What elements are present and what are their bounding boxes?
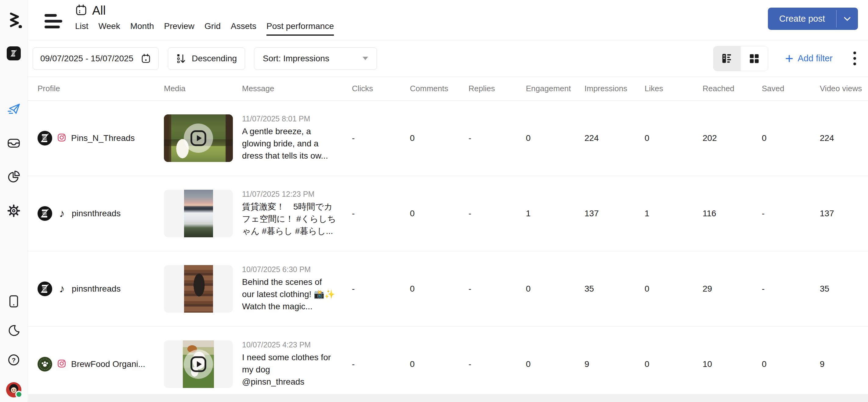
- tab-month[interactable]: Month: [130, 21, 154, 36]
- post-media-thumbnail[interactable]: [164, 340, 233, 388]
- profile-avatar: [37, 131, 52, 145]
- post-message: I need some clothes for my dog @pinsn_th…: [242, 351, 336, 388]
- likes-value: 0: [645, 284, 703, 294]
- create-post-dropdown-button[interactable]: [837, 8, 858, 30]
- tab-grid[interactable]: Grid: [205, 21, 221, 36]
- comments-value: 0: [410, 133, 468, 143]
- date-range-picker[interactable]: 09/07/2025 - 15/07/2025: [33, 47, 159, 70]
- media-cell: [164, 190, 242, 237]
- column-header-comments[interactable]: Comments: [410, 84, 468, 93]
- column-header-engagement[interactable]: Engagement: [526, 84, 585, 93]
- app-window: ? All List Week: [0, 0, 868, 402]
- device-preview-icon[interactable]: [7, 294, 21, 308]
- workspace-avatar[interactable]: [7, 46, 21, 60]
- clicks-value: -: [352, 284, 410, 294]
- horizontal-scrollbar[interactable]: [28, 394, 868, 402]
- post-media-thumbnail[interactable]: [164, 114, 233, 162]
- saved-value: -: [762, 209, 820, 219]
- impressions-value: 137: [585, 209, 645, 219]
- settings-gear-icon[interactable]: [7, 204, 21, 218]
- analytics-pie-icon[interactable]: [7, 170, 21, 184]
- profile-name: BrewFood Organi...: [71, 359, 145, 369]
- likes-value: 1: [645, 209, 703, 219]
- saved-value: 0: [762, 133, 820, 143]
- column-header-saved[interactable]: Saved: [762, 84, 820, 93]
- likes-value: 0: [645, 359, 703, 369]
- column-header-reached[interactable]: Reached: [703, 84, 762, 93]
- post-timestamp: 11/07/2025 12:23 PM: [242, 190, 338, 199]
- instagram-icon: [57, 133, 66, 143]
- plus-icon: [785, 54, 794, 63]
- dark-mode-moon-icon[interactable]: [7, 324, 21, 338]
- saved-value: 0: [762, 359, 820, 369]
- table-view-icon: [721, 52, 734, 65]
- posts-paper-plane-icon[interactable]: [7, 102, 21, 116]
- table-row[interactable]: BrewFood Organi... 10/07/2025 4:23 PM I …: [28, 327, 868, 402]
- page-title: All: [92, 4, 105, 18]
- table-view-button[interactable]: [714, 46, 741, 71]
- add-filter-label: Add filter: [798, 54, 833, 63]
- profile-name: Pins_N_Threads: [71, 133, 135, 143]
- tab-preview[interactable]: Preview: [164, 21, 194, 36]
- user-avatar[interactable]: [6, 382, 21, 397]
- profile-cell: ♪ pinsnthreads: [37, 206, 164, 221]
- sort-order-button[interactable]: Descending: [168, 47, 245, 70]
- column-header-impressions[interactable]: Impressions: [585, 84, 645, 93]
- impressions-value: 35: [585, 284, 645, 294]
- comments-value: 0: [410, 284, 468, 294]
- clicks-value: -: [352, 133, 410, 143]
- sidebar: ?: [0, 0, 28, 402]
- sidebar-nav: [7, 102, 21, 218]
- date-range-value: 09/07/2025 - 15/07/2025: [40, 54, 133, 63]
- tab-assets[interactable]: Assets: [231, 21, 256, 36]
- profile-avatar: [37, 357, 52, 371]
- page-header: All List Week Month Preview Grid Assets …: [28, 0, 868, 40]
- brand-logo-icon[interactable]: [5, 11, 22, 29]
- reached-value: 10: [703, 359, 762, 369]
- reached-value: 202: [703, 133, 762, 143]
- video-views-value: 224: [820, 133, 868, 143]
- media-cell: [164, 114, 242, 162]
- title-block: All List Week Month Preview Grid Assets …: [75, 4, 334, 36]
- engagement-value: 0: [526, 284, 585, 294]
- post-timestamp: 10/07/2025 6:30 PM: [242, 265, 338, 274]
- profile-name: pinsnthreads: [72, 209, 121, 219]
- dropdown-caret-icon: [363, 57, 368, 60]
- post-timestamp: 11/07/2025 8:01 PM: [242, 114, 338, 123]
- tab-week[interactable]: Week: [99, 21, 120, 36]
- column-header-replies[interactable]: Replies: [468, 84, 526, 93]
- table-row[interactable]: ♪ pinsnthreads 11/07/2025 12:23 PM 賃貸激変！…: [28, 176, 868, 251]
- media-image: [184, 265, 213, 313]
- profile-avatar: [37, 206, 52, 221]
- saved-value: -: [762, 284, 820, 294]
- inbox-icon[interactable]: [7, 136, 21, 150]
- column-header-profile[interactable]: Profile: [37, 84, 164, 93]
- add-filter-button[interactable]: Add filter: [785, 54, 833, 63]
- column-header-video-views[interactable]: Video views: [820, 84, 868, 93]
- create-post-button[interactable]: Create post: [768, 8, 836, 30]
- table-header: Profile Media Message Clicks Comments Re…: [28, 76, 868, 101]
- message-cell: 11/07/2025 12:23 PM 賃貸激変！ 5時間でカフェ空間に！ #く…: [242, 190, 352, 237]
- tab-list[interactable]: List: [75, 21, 89, 36]
- hamburger-menu-icon[interactable]: [44, 14, 63, 28]
- message-cell: 10/07/2025 4:23 PM I need some clothes f…: [242, 340, 352, 388]
- table-row[interactable]: ♪ pinsnthreads 10/07/2025 6:30 PM Behind…: [28, 251, 868, 327]
- video-views-value: 137: [820, 209, 868, 219]
- column-header-media[interactable]: Media: [164, 84, 242, 93]
- column-header-message[interactable]: Message: [242, 84, 352, 93]
- more-options-kebab-icon[interactable]: [851, 50, 858, 67]
- post-media-thumbnail[interactable]: [164, 190, 233, 237]
- sort-by-dropdown[interactable]: Sort: Impressions: [254, 47, 377, 70]
- column-header-clicks[interactable]: Clicks: [352, 84, 410, 93]
- help-icon[interactable]: ?: [7, 353, 21, 367]
- post-message: A gentle breeze, a glowing bride, and a …: [242, 125, 336, 162]
- engagement-value: 0: [526, 133, 585, 143]
- tab-post-performance[interactable]: Post performance: [267, 21, 334, 36]
- column-header-likes[interactable]: Likes: [645, 84, 703, 93]
- table-row[interactable]: Pins_N_Threads 11/07/2025 8:01 PM A gent…: [28, 101, 868, 176]
- post-media-thumbnail[interactable]: [164, 265, 233, 313]
- create-post-split-button: Create post: [768, 8, 858, 30]
- instagram-icon: [57, 359, 66, 369]
- main-content: All List Week Month Preview Grid Assets …: [28, 0, 868, 402]
- grid-view-button[interactable]: [741, 46, 768, 71]
